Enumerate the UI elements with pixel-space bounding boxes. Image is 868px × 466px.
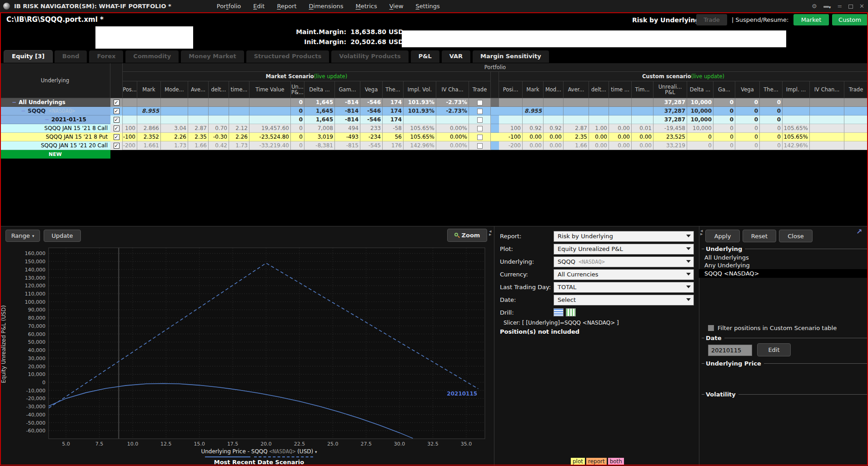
filter-checkbox[interactable] [708,325,714,331]
expand-arrow-icon[interactable]: ↗ [856,227,862,236]
cell [810,115,844,124]
reset-button[interactable]: Reset [743,230,776,242]
dropdown-plot[interactable]: Equity Unrealized P&L [554,244,694,255]
tab-volatility-products[interactable]: Volatility Products [331,50,409,63]
column-header: Aver... [564,81,589,98]
cell: 0 [713,133,735,141]
tab-p-l[interactable]: P&L [410,50,440,63]
table-row-label[interactable]: −2021-01-15 [0,115,110,124]
cell: 0.70 [209,124,229,133]
menu-item-settings[interactable]: Settings [416,3,440,10]
trade-checkbox[interactable] [477,126,483,131]
chip-both[interactable]: both [608,458,624,465]
maint-margin-label: Maint.Margin: [278,27,346,37]
table-row-label[interactable]: SQQQ JAN 15 '21 8 Put [0,133,110,141]
menu-item-dimensions[interactable]: Dimensions [309,3,344,10]
tab-bond[interactable]: Bond [54,50,87,63]
table-row-label[interactable]: −All Underlyings [0,98,110,107]
drill-table-icon[interactable] [554,308,564,316]
menu-item-portfolio[interactable]: Portfolio [217,3,241,10]
cell: 0.00 [544,133,564,141]
apply-button[interactable]: Apply [705,230,740,242]
trade-checkbox[interactable] [477,135,483,140]
trade-checkbox[interactable] [477,117,483,123]
trade-button[interactable]: Trade [696,14,727,25]
dropdown-report[interactable]: Risk by Underlying [554,231,694,242]
trade-checkbox[interactable] [477,109,483,114]
table-row-label[interactable]: −SQQQ <NASDAQ> [0,107,110,115]
chip-report[interactable]: report [586,458,607,465]
row-checkbox[interactable]: ✓ [114,125,120,131]
underlying-list-item[interactable]: SQQQ <NASDAQ> [699,269,868,278]
market-trade-cell [469,98,491,107]
market-button[interactable]: Market [793,14,829,25]
gear-icon[interactable]: ⚙ [812,3,817,9]
cell: 37,287 [653,115,687,124]
scenario-collapse-icons[interactable]: ◀▶ [700,230,703,236]
cell: 142.96% [783,141,810,150]
menu-item-edit[interactable]: Edit [253,3,264,10]
cell: 0.00 [632,141,653,150]
cell: 2.12 [229,124,249,133]
row-checkbox[interactable]: ✓ [114,117,120,123]
cell: 0.00% [436,124,469,133]
chevron-down-icon [686,235,691,237]
underlying-list-item[interactable]: All Underlyings [702,254,865,261]
dropdown-lasttradingday[interactable]: TOTAL [554,282,694,293]
tab-margin-sensitivity[interactable]: Margin Sensitivity [472,50,549,63]
collapse-icon[interactable]: − [45,115,49,124]
svg-text:150,000: 150,000 [25,259,46,265]
underlying-list-item[interactable]: Any Underlying [702,261,865,269]
tab-equity-3-[interactable]: Equity [3] [4,50,53,63]
collapse-icon[interactable]: − [12,98,16,107]
tab-forex[interactable]: Forex [89,50,124,63]
tab-var[interactable]: VAR [441,50,471,63]
cell [632,115,653,124]
close-button[interactable]: Close [779,230,813,242]
row-checkbox[interactable]: ✓ [114,100,120,105]
edit-date-button[interactable]: Edit [757,343,791,356]
chart-x-axis-title[interactable]: Underlying Price - SQQQ <NASDAQ> (USD) ▾ [36,448,482,455]
svg-text:15.0: 15.0 [194,441,205,447]
cell: 0 [713,141,735,150]
column-header: Trade [844,81,868,98]
row-checkbox[interactable]: ✓ [114,143,120,149]
menu-item-view[interactable]: View [389,3,404,10]
dropdown-underlying[interactable]: SQQQ <NASDAQ> [554,256,694,267]
dropdown-currency[interactable]: All Currencies [554,269,694,280]
dropdown-date[interactable]: Select [554,295,694,306]
table-row-label[interactable]: NEW [0,150,110,159]
date-field[interactable]: 20210115 [708,345,752,356]
tab-money-market[interactable]: Money Market [180,50,244,63]
table-row-label[interactable]: SQQQ JAN 15 '21 20 Call [0,141,110,150]
close-icon[interactable]: ✕ [859,3,864,9]
maximize-icon[interactable] [848,2,853,10]
row-checkbox[interactable]: ✓ [114,108,120,114]
drill-chart-icon[interactable] [566,308,576,316]
tab-commodity[interactable]: Commodity [125,50,179,63]
menu-item-metrics[interactable]: Metrics [355,3,377,10]
collapse-icon[interactable]: − [21,107,25,115]
cell [249,115,291,124]
trade-checkbox[interactable] [477,100,483,105]
menu-item-report[interactable]: Report [277,3,296,10]
cell [632,98,653,107]
row-checkbox[interactable]: ✓ [114,134,120,140]
chip-plot[interactable]: plot [571,458,585,465]
chevron-down-icon [686,247,691,250]
custom-button[interactable]: Custom [832,14,868,25]
pin-icon[interactable]: ▾ [823,2,831,10]
minimize-icon[interactable]: = [837,3,842,9]
cell [209,98,229,107]
tab-structured-products[interactable]: Structured Products [246,50,330,63]
table-row-label[interactable]: SQQQ JAN 15 '21 8 Call [0,124,110,133]
margin-summary: Maint.Margin: 18,638.80 USD Init.Margin:… [278,27,404,48]
panel-collapse-icons[interactable]: ◀▶ [489,230,491,236]
market-trade-cell [469,141,491,150]
svg-text:140,000: 140,000 [25,267,46,273]
column-header: Delta ... [687,81,713,98]
cell: 105.65% [783,124,810,133]
positions-note: Position(s) not included [500,328,579,335]
svg-text:Equity Unrealized P&L (USD): Equity Unrealized P&L (USD) [0,305,7,383]
trade-checkbox[interactable] [477,143,483,149]
